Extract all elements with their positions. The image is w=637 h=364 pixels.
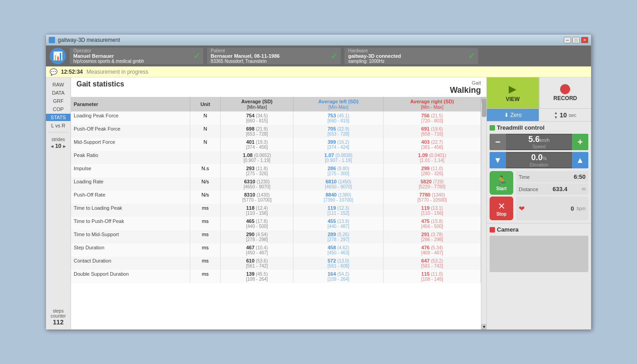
steps-label: stepscounter bbox=[51, 308, 66, 318]
param-name: Impulse bbox=[71, 164, 190, 177]
left-cell: 164 (54.2) [109 - 264] bbox=[293, 270, 384, 283]
avg-cell: 1.08 (0.0652) [0.907 - 1.19] bbox=[221, 151, 293, 164]
speed-increase-button[interactable]: + bbox=[572, 134, 588, 150]
avg-cell: 610 (53.6) [561 - 742] bbox=[221, 257, 293, 270]
message-icon: 💬 bbox=[50, 68, 57, 76]
record-button[interactable]: RECORD bbox=[539, 77, 592, 108]
elevation-label: Elevation bbox=[530, 162, 548, 167]
treadmill-status-dot bbox=[490, 125, 495, 131]
distance-row: Distance 633.4 m bbox=[516, 183, 588, 195]
param-name: Push-Off Peak Force bbox=[71, 125, 190, 138]
view-record-row: ▶ VIEW RECORD bbox=[487, 77, 591, 108]
close-button[interactable]: ✕ bbox=[581, 37, 588, 43]
distance-label: Distance bbox=[519, 187, 538, 192]
heart-rate-value: 0 bbox=[571, 205, 574, 212]
treadmill-header: Treadmill control bbox=[490, 124, 588, 131]
param-unit: ms bbox=[190, 204, 220, 217]
sec-down-arrow[interactable]: ▼ bbox=[554, 115, 558, 120]
strides-down-arrow[interactable]: ◄ bbox=[50, 144, 54, 149]
right-cell: 7780 (1340) [5770 - 10500] bbox=[384, 191, 481, 204]
sec-stepper[interactable]: ▲ ▼ bbox=[554, 111, 558, 120]
start-button[interactable]: 🏃 Start bbox=[490, 171, 513, 195]
heart-row: ❤ 0 bpm bbox=[516, 197, 588, 220]
treadmill-title: Treadmill control bbox=[497, 124, 545, 131]
strides-label: strides bbox=[50, 137, 66, 142]
scroll-down-arrow[interactable]: ▼ bbox=[481, 324, 486, 329]
gait-type-value: Walking bbox=[450, 86, 481, 95]
scrollbar-track[interactable]: ▲ ▼ bbox=[481, 97, 486, 329]
avg-cell: 139 (45.5) [108 - 264] bbox=[221, 270, 293, 283]
sidebar-item-cop[interactable]: COP bbox=[46, 106, 71, 113]
sidebar-item-data[interactable]: DATA bbox=[46, 89, 71, 96]
speed-label: Speed bbox=[532, 144, 546, 149]
table-row: Peak Ratio 1.08 (0.0652) [0.907 - 1.19] … bbox=[71, 151, 481, 164]
data-panel: Gait statistics Gait Walking Parameter U… bbox=[71, 77, 486, 329]
param-unit bbox=[190, 151, 220, 164]
app-icon bbox=[49, 37, 55, 43]
right-cell: 1.09 (0.0401) [1.01 - 1.14] bbox=[384, 151, 481, 164]
param-unit: ms bbox=[190, 217, 220, 230]
patient-check-icon: ✓ bbox=[330, 51, 338, 61]
param-name: Step Duration bbox=[71, 243, 190, 257]
sec-up-arrow[interactable]: ▲ bbox=[554, 111, 558, 115]
status-bar: 💬 12:52:34 Measurement in progress bbox=[46, 66, 591, 77]
col-avg-right: Average right (SD) [Min - Max] bbox=[384, 97, 481, 111]
hardware-label: Hardware bbox=[348, 48, 475, 53]
table-row: Contact Duration ms 610 (53.6) [561 - 74… bbox=[71, 257, 481, 270]
avg-cell: 6310 (1230) [4650 - 9070] bbox=[221, 177, 293, 191]
sidebar-item-stats[interactable]: STATS bbox=[46, 114, 71, 121]
hardware-section: Hardware gaitway-3D connected sampling: … bbox=[344, 48, 478, 64]
gait-type-label: Gait bbox=[450, 80, 481, 86]
param-unit: N.s bbox=[190, 164, 220, 177]
hardware-check-icon: ✓ bbox=[468, 51, 475, 61]
table-row: Mid-Support Force N 401 (19.3) [374 - 45… bbox=[71, 138, 481, 151]
steps-value: 112 bbox=[51, 318, 66, 326]
elevation-value: 0.0 bbox=[531, 153, 543, 162]
right-cell: 475 (15.8) [456 - 500] bbox=[384, 217, 481, 230]
col-unit: Unit bbox=[190, 97, 220, 111]
header-bar: 📊 Operator Manuel Bernauer h/p/cosmos sp… bbox=[46, 46, 591, 66]
right-cell: 291 (3.78) [286 - 298] bbox=[384, 230, 481, 243]
maximize-button[interactable]: □ bbox=[572, 37, 580, 43]
left-cell: 119 (12.3) [111 - 152] bbox=[293, 204, 384, 217]
table-row: Step Duration ms 467 (10.4) [450 - 487] … bbox=[71, 243, 481, 257]
gait-type: Gait Walking bbox=[450, 80, 481, 95]
sidebar-divider bbox=[48, 132, 68, 132]
minimize-button[interactable]: ─ bbox=[564, 37, 571, 43]
avg-cell: 293 (11.8) [275 - 326] bbox=[221, 164, 293, 177]
avg-cell: 290 (4.54) [278 - 298] bbox=[221, 230, 293, 243]
camera-preview bbox=[490, 236, 588, 272]
app-logo: 📊 bbox=[50, 48, 66, 64]
zero-download-icon: ⬇ bbox=[504, 112, 509, 118]
view-label: VIEW bbox=[506, 96, 520, 102]
right-cell: 119 (13.1) [110 - 156] bbox=[384, 204, 481, 217]
elevation-increase-button[interactable]: ▲ bbox=[572, 152, 588, 168]
left-cell: 6810 (1450) [4650 - 9070] bbox=[293, 177, 384, 191]
strides-up-arrow[interactable]: ► bbox=[62, 144, 67, 149]
window-controls: ─ □ ✕ bbox=[564, 37, 588, 43]
sidebar-item-raw[interactable]: RAW bbox=[46, 81, 71, 88]
stats-table: Parameter Unit Average (SD) [Min-Max] Av… bbox=[71, 97, 481, 329]
patient-name: Bernauer Manuel, 08-11-1986 bbox=[211, 53, 337, 59]
right-cell: 647 (53.2) [581 - 742] bbox=[384, 257, 481, 270]
stop-heart-row: ✕ Stop ❤ 0 bpm bbox=[490, 197, 588, 220]
param-unit: N/s bbox=[190, 191, 220, 204]
param-unit: ms bbox=[190, 270, 220, 283]
zero-button[interactable]: ⬇ Zero bbox=[487, 109, 539, 121]
avg-cell: 465 (17.8) [440 - 500] bbox=[221, 217, 293, 230]
elevation-decrease-button[interactable]: ▼ bbox=[490, 152, 506, 168]
left-cell: 705 (22.9) [653 - 728] bbox=[293, 125, 384, 138]
stop-button[interactable]: ✕ Stop bbox=[490, 197, 513, 220]
time-label: Time bbox=[519, 174, 530, 180]
gait-header: Gait statistics Gait Walking bbox=[71, 77, 486, 97]
record-label: RECORD bbox=[553, 95, 577, 101]
scrollbar-thumb[interactable] bbox=[482, 99, 486, 117]
speed-decrease-button[interactable]: − bbox=[490, 134, 506, 150]
table-row: Double Support Duration ms 139 (45.5) [1… bbox=[71, 270, 481, 283]
sidebar-item-grf[interactable]: GRF bbox=[46, 97, 71, 105]
param-name: Loading Peak Force bbox=[71, 111, 190, 125]
sidebar-item-lvsr[interactable]: L vs R bbox=[46, 122, 71, 129]
left-cell: 289 (5.26) [278 - 297] bbox=[293, 230, 384, 243]
param-name: Double Support Duration bbox=[71, 270, 190, 283]
view-button[interactable]: ▶ VIEW bbox=[487, 77, 539, 108]
